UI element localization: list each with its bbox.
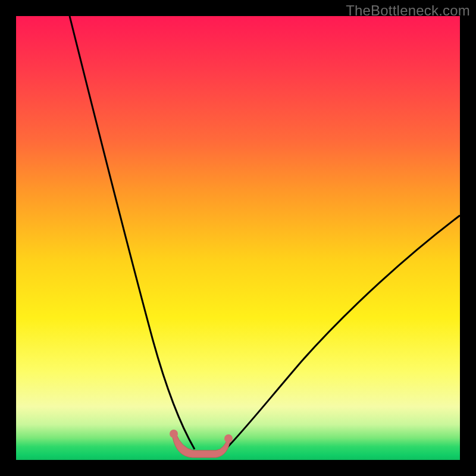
plot-frame [16, 16, 460, 460]
minimum-blob-right-dot [224, 434, 233, 443]
right-curve-line [226, 215, 460, 449]
chart-svg [16, 16, 460, 460]
left-curve-line [70, 16, 195, 449]
minimum-blob-marker [173, 433, 230, 458]
minimum-blob-left-dot [170, 430, 178, 438]
